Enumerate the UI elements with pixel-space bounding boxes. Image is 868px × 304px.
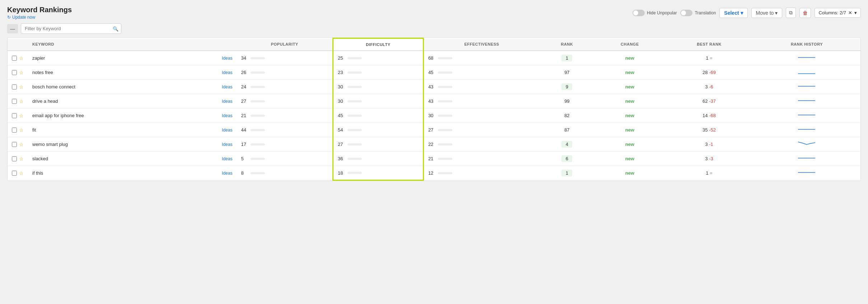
star-icon[interactable]: ☆ [19,55,24,61]
keyword-cell: email app for iphone free Ideas [28,109,237,123]
row-checkbox[interactable] [12,70,17,75]
col-rank-history[interactable]: RANK HISTORY [753,38,860,51]
table-row: ☆ wemo smart plug Ideas 17 27 22 [8,137,860,152]
columns-button[interactable]: Columns: 2/7 ✕ ▾ [815,8,861,18]
rank-cell: 6 [540,152,594,166]
popularity-cell: 34 [237,51,333,65]
row-controls: ☆ [8,80,28,94]
effectiveness-cell: 43 [423,94,540,109]
row-checkbox[interactable] [12,113,17,118]
translation-toggle[interactable] [680,10,692,16]
columns-close-icon: ✕ [848,10,852,15]
effectiveness-cell: 30 [423,109,540,123]
rank-cell: 1 [540,51,594,65]
keyword-cell: bosch home connect Ideas [28,80,237,94]
change-cell: new [594,166,665,180]
change-cell: new [594,152,665,166]
row-checkbox[interactable] [12,99,17,104]
col-change[interactable]: CHANGE [594,38,665,51]
table-row: ☆ drive a head Ideas 27 30 43 [8,94,860,109]
best-rank-cell: 1 = [665,166,753,180]
star-icon[interactable]: ☆ [19,170,24,176]
table-row: ☆ email app for iphone free Ideas 21 45 … [8,109,860,123]
row-controls: ☆ [8,123,28,137]
row-controls: ☆ [8,65,28,80]
best-rank-cell: 62 -37 [665,94,753,109]
ideas-link[interactable]: Ideas [222,70,232,75]
table-row: ☆ if this Ideas 8 18 12 [8,166,860,180]
rank-history-cell [753,80,860,94]
row-controls: ☆ [8,51,28,65]
keyword-cell: drive a head Ideas [28,94,237,109]
difficulty-cell: 45 [333,109,423,123]
rank-history-cell [753,51,860,65]
star-icon[interactable]: ☆ [19,156,24,162]
row-checkbox[interactable] [12,156,17,161]
star-icon[interactable]: ☆ [19,142,24,147]
ideas-link[interactable]: Ideas [222,56,232,61]
rank-cell: 99 [540,94,594,109]
effectiveness-cell: 12 [423,166,540,180]
rank-history-cell [753,65,860,80]
row-checkbox[interactable] [12,56,17,61]
rank-history-cell [753,123,860,137]
rank-history-cell [753,137,860,152]
col-effectiveness[interactable]: EFFECTIVENESS [423,38,540,51]
best-rank-cell: 1 = [665,51,753,65]
ideas-link[interactable]: Ideas [222,156,232,161]
rank-cell: 1 [540,166,594,180]
star-icon[interactable]: ☆ [19,84,24,90]
rank-cell: 9 [540,80,594,94]
search-icon: 🔍 [113,26,118,31]
difficulty-cell: 18 [333,166,423,180]
star-icon[interactable]: ☆ [19,127,24,133]
filter-minus-button[interactable]: — [7,24,18,33]
col-best-rank[interactable]: BEST RANK [665,38,753,51]
col-rank[interactable]: RANK [540,38,594,51]
popularity-cell: 44 [237,123,333,137]
columns-chevron-icon: ▾ [854,10,857,15]
difficulty-cell: 27 [333,137,423,152]
copy-button[interactable]: ⧉ [786,8,796,18]
row-checkbox[interactable] [12,171,17,176]
difficulty-cell: 30 [333,94,423,109]
effectiveness-cell: 43 [423,80,540,94]
row-checkbox[interactable] [12,84,17,89]
star-icon[interactable]: ☆ [19,70,24,75]
keyword-cell: fit Ideas [28,123,237,137]
select-chevron-icon: ▾ [741,10,743,16]
change-cell: new [594,94,665,109]
select-button[interactable]: Select ▾ [719,8,747,18]
best-rank-cell: 14 -68 [665,109,753,123]
delete-button[interactable]: 🗑 [799,8,811,18]
col-difficulty[interactable]: DIFFICULTY [333,38,423,51]
row-controls: ☆ [8,94,28,109]
hide-unpopular-toggle[interactable] [633,10,645,16]
ideas-link[interactable]: Ideas [222,142,232,147]
rank-cell: 87 [540,123,594,137]
move-to-button[interactable]: Move to ▾ [751,8,783,18]
change-cell: new [594,51,665,65]
ideas-link[interactable]: Ideas [222,128,232,133]
difficulty-cell: 54 [333,123,423,137]
popularity-cell: 5 [237,152,333,166]
rank-history-cell [753,94,860,109]
col-popularity[interactable]: POPULARITY [237,38,333,51]
change-cell: new [594,65,665,80]
keyword-cell: wemo smart plug Ideas [28,137,237,152]
ideas-link[interactable]: Ideas [222,171,232,176]
change-cell: new [594,123,665,137]
row-checkbox[interactable] [12,142,17,147]
difficulty-cell: 36 [333,152,423,166]
ideas-link[interactable]: Ideas [222,99,232,104]
ideas-link[interactable]: Ideas [222,113,232,118]
effectiveness-cell: 22 [423,137,540,152]
keyword-filter-input[interactable] [21,23,121,34]
keyword-cell: notes free Ideas [28,65,237,80]
star-icon[interactable]: ☆ [19,98,24,104]
ideas-link[interactable]: Ideas [222,84,232,89]
row-checkbox[interactable] [12,128,17,133]
popularity-cell: 17 [237,137,333,152]
update-now-link[interactable]: ↻ Update now [7,15,72,20]
star-icon[interactable]: ☆ [19,113,24,119]
